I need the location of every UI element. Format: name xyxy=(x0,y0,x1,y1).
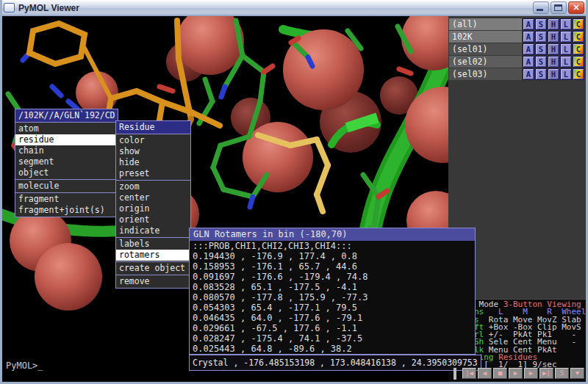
context-menu-section: fragmentfragment+joint(s) xyxy=(15,192,118,217)
maximize-icon xyxy=(554,4,562,11)
a-menu-button[interactable]: A xyxy=(523,56,534,68)
l-menu-button[interactable]: L xyxy=(560,68,572,80)
rotamer-popup-title: GLN Rotamers in bin (-180,70) xyxy=(190,228,475,241)
residue-menu-item-rotamers[interactable]: rotamers xyxy=(116,250,190,261)
s-menu-button[interactable]: S xyxy=(535,31,547,43)
app-icon xyxy=(4,3,15,12)
object-name-all[interactable]: (all) xyxy=(449,18,522,30)
context-menu-section: atomresiduechainsegmentobject xyxy=(15,123,118,179)
residue-menu-item-orient[interactable]: orient xyxy=(116,214,190,225)
rotamer-row[interactable]: 0.091697 , -176.6 , -179.4 , 74.8 xyxy=(190,272,475,282)
step-forward-button[interactable]: ▶ xyxy=(524,368,538,379)
play-button[interactable]: ▶ xyxy=(509,368,523,379)
scene-s-button[interactable]: S xyxy=(555,368,569,379)
rotamer-row[interactable]: 0.080570 , -177.8 , 175.9 , -77.3 xyxy=(190,292,475,303)
vcr-controls: |◀◀■▶▶▶|S▼ xyxy=(462,368,584,379)
l-menu-button[interactable]: L xyxy=(560,43,572,55)
h-menu-button[interactable]: H xyxy=(548,31,559,43)
rotamer-row[interactable]: 0.025443 , 64.8 , -89.6 , 38.2 xyxy=(190,344,475,354)
object-action-buttons: ASHLC xyxy=(523,43,584,55)
prompt-label: PyMOL> xyxy=(6,361,37,371)
rotamer-popup: GLN Rotamers in bin (-180,70) :::PROB,CH… xyxy=(189,228,476,355)
rotamer-row[interactable]: 0.046435 , 64.0 , -177.6 , -79.1 xyxy=(190,313,475,323)
minimize-icon xyxy=(537,9,543,11)
command-prompt[interactable]: PyMOL>_ xyxy=(6,361,43,371)
context-menu-item-chain[interactable]: chain xyxy=(15,145,118,156)
residue-menu-section: zoomcenteroriginorientindicate xyxy=(116,180,190,237)
h-menu-button[interactable]: H xyxy=(548,68,559,80)
context-menu-item-fragment-joint-s[interactable]: fragment+joint(s) xyxy=(15,205,118,216)
minimize-button[interactable] xyxy=(533,1,549,14)
residue-menu-item-show[interactable]: show xyxy=(116,146,190,157)
a-menu-button[interactable]: A xyxy=(523,31,534,43)
window-controls: × xyxy=(533,1,584,14)
h-menu-button[interactable]: H xyxy=(548,43,559,55)
a-menu-button[interactable]: A xyxy=(523,68,534,80)
object-name-sel02[interactable]: (sel02) xyxy=(449,56,522,68)
object-name-102k[interactable]: 102K xyxy=(449,31,522,43)
residue-menu-item-remove[interactable]: remove xyxy=(116,276,190,287)
context-menu-item-segment[interactable]: segment xyxy=(15,156,118,167)
c-menu-button[interactable]: C xyxy=(573,43,584,55)
object-row: (sel03)ASHLC xyxy=(449,68,584,80)
residue-menu-section: remove xyxy=(116,275,190,288)
step-back-button[interactable]: ◀ xyxy=(478,368,492,379)
rotamer-row[interactable]: 0.029661 , -67.5 , 177.6 , -1.1 xyxy=(190,323,475,333)
scrollbar-handle[interactable] xyxy=(453,368,456,380)
rotamer-row[interactable]: 0.158953 , -176.1 , 65.7 , 44.6 xyxy=(190,261,475,272)
object-row: 102KASHLC xyxy=(449,31,584,43)
l-menu-button[interactable]: L xyxy=(560,18,572,30)
forward-end-button[interactable]: ▶| xyxy=(539,368,553,379)
s-menu-button[interactable]: S xyxy=(535,18,547,30)
l-menu-button[interactable]: L xyxy=(560,31,572,43)
text-cursor: _ xyxy=(37,361,43,371)
residue-menu-item-center[interactable]: center xyxy=(116,192,190,203)
residue-menu-item-labels[interactable]: labels xyxy=(116,239,190,250)
object-name-sel01[interactable]: (sel01) xyxy=(449,43,522,55)
h-menu-button[interactable]: H xyxy=(548,56,559,68)
context-menu-item-molecule[interactable]: molecule xyxy=(15,181,118,192)
residue-menu-item-origin[interactable]: origin xyxy=(116,203,190,214)
pymol-window: PyMOL Viewer × xyxy=(0,0,588,384)
object-row: (sel01)ASHLC xyxy=(449,43,584,55)
object-action-buttons: ASHLC xyxy=(523,68,584,80)
context-menu-item-residue[interactable]: residue xyxy=(15,134,118,145)
s-menu-button[interactable]: S xyxy=(535,43,547,55)
a-menu-button[interactable]: A xyxy=(523,18,534,30)
titlebar[interactable]: PyMOL Viewer × xyxy=(0,0,588,16)
residue-menu-section: colorshowhidepreset xyxy=(116,134,190,180)
c-menu-button[interactable]: C xyxy=(573,56,584,68)
context-menu-item-fragment[interactable]: fragment xyxy=(15,194,118,205)
a-menu-button[interactable]: A xyxy=(523,43,534,55)
rotamer-row[interactable]: 0.028247 , -175.4 , 74.1 , -37.5 xyxy=(190,333,475,344)
c-menu-button[interactable]: C xyxy=(573,31,584,43)
s-menu-button[interactable]: S xyxy=(535,68,547,80)
rotamer-row[interactable]: 0.194430 , -176.9 , 177.4 , 0.8 xyxy=(190,251,475,261)
window-title: PyMOL Viewer xyxy=(18,3,79,13)
object-name-sel03[interactable]: (sel03) xyxy=(449,68,522,80)
residue-menu-item-create-object[interactable]: create object xyxy=(116,263,190,274)
rewind-start-button[interactable]: |◀ xyxy=(462,368,476,379)
residue-submenu-header: Residue xyxy=(116,121,190,134)
maximize-button[interactable] xyxy=(551,1,567,14)
residue-menu-item-color[interactable]: color xyxy=(116,135,190,146)
context-menu-item-atom[interactable]: atom xyxy=(15,123,118,134)
residue-menu-item-zoom[interactable]: zoom xyxy=(116,181,190,192)
rotamer-columns-header: :::PROB,CHI1,CHI2,CHI3,CHI4::: xyxy=(190,241,475,251)
residue-menu-item-preset[interactable]: preset xyxy=(116,168,190,179)
c-menu-button[interactable]: C xyxy=(573,68,584,80)
stop-button[interactable]: ■ xyxy=(493,368,507,379)
object-action-buttons: ASHLC xyxy=(523,56,584,68)
rotamer-row[interactable]: 0.083528 , 65.1 , -177.5 , -4.1 xyxy=(190,282,475,292)
s-menu-button[interactable]: S xyxy=(535,56,547,68)
context-menu-item-object[interactable]: object xyxy=(15,167,118,178)
residue-menu-item-hide[interactable]: hide xyxy=(116,157,190,168)
rotamer-row[interactable]: 0.054303 , 65.4 , -177.1 , 79.5 xyxy=(190,303,475,313)
c-menu-button[interactable]: C xyxy=(573,18,584,30)
residue-menu-item-indicate[interactable]: indicate xyxy=(116,225,190,236)
context-menu-header: /102K//A/GLN`192/CD xyxy=(15,109,118,123)
close-button[interactable]: × xyxy=(568,1,584,14)
h-menu-button[interactable]: H xyxy=(548,18,559,30)
frame-menu-button[interactable]: ▼ xyxy=(570,368,584,379)
l-menu-button[interactable]: L xyxy=(560,56,572,68)
